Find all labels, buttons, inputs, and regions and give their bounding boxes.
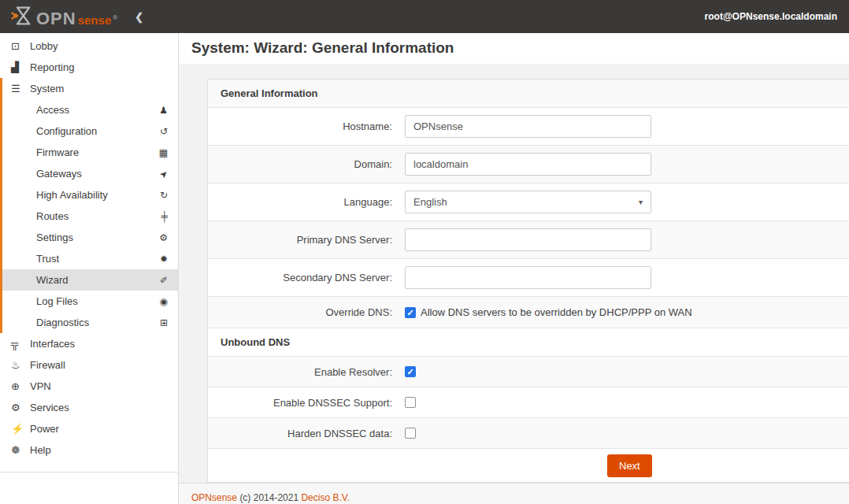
fire-icon: ♨ (11, 359, 30, 371)
sidebar-item-firewall[interactable]: ♨ Firewall (0, 354, 178, 376)
desktop-icon: ⊡ (11, 40, 30, 52)
sidebar-item-label: Access (36, 104, 69, 116)
sidebar-item-label: High Availability (36, 189, 108, 201)
plug-icon: ⚡ (11, 423, 30, 435)
sidebar-item-log-files[interactable]: Log Files ◉ (2, 291, 178, 312)
secondary-dns-input[interactable] (405, 266, 651, 289)
primary-dns-label: Primary DNS Server: (208, 234, 399, 246)
sidebar-collapse-chevron-icon[interactable]: ❮ (135, 11, 143, 23)
form-row-secondary-dns: Secondary DNS Server: (208, 258, 849, 296)
sidebar-item-firmware[interactable]: Firmware ▦ (2, 142, 178, 163)
sidebar-item-diagnostics[interactable]: Diagnostics ⊞ (2, 312, 178, 333)
sidebar-item-vpn[interactable]: ⊕ VPN (0, 376, 178, 397)
sidebar-item-label: Log Files (36, 295, 78, 307)
cogs-icon: ⚙ (159, 232, 168, 243)
domain-input[interactable] (405, 153, 651, 176)
deciso-footer-link[interactable]: Deciso B.V. (301, 492, 350, 503)
hostname-label: Hostname: (208, 120, 399, 132)
secondary-dns-label: Secondary DNS Server: (208, 272, 399, 284)
form-row-hostname: Hostname: (208, 107, 849, 145)
sidebar-item-system[interactable]: ☰ System (2, 78, 178, 99)
chevron-down-icon: ▾ (639, 198, 643, 206)
refresh-icon: ↻ (160, 190, 168, 201)
microchip-icon: ▦ (159, 147, 168, 158)
language-label: Language: (208, 196, 399, 208)
sidebar-item-services[interactable]: ⚙ Services (0, 397, 178, 418)
enable-dnssec-checkbox[interactable] (405, 397, 416, 408)
opnsense-footer-link[interactable]: OPNsense (191, 492, 237, 503)
harden-dnssec-checkbox[interactable] (405, 428, 416, 439)
top-navbar: OPN sense ® ❮ root@OPNsense.localdomain (0, 0, 849, 33)
page-footer: OPNsense (c) 2014-2021 Deciso B.V. (179, 483, 849, 504)
primary-dns-input[interactable] (405, 228, 651, 251)
certificate-icon: ✸ (160, 254, 168, 265)
enable-resolver-checkbox[interactable]: ✓ (405, 366, 416, 377)
hourglass-logo-icon (11, 6, 32, 26)
section-header-unbound-dns: Unbound DNS (208, 328, 849, 356)
sidebar-item-label: Services (30, 402, 69, 413)
history-icon: ↺ (160, 126, 168, 137)
sidebar-item-settings[interactable]: Settings ⚙ (2, 227, 178, 248)
form-row-enable-resolver: Enable Resolver: ✓ (208, 356, 849, 387)
globe-icon: ⊕ (11, 380, 30, 392)
sidebar-item-wizard[interactable]: Wizard ✐ (2, 269, 178, 291)
domain-label: Domain: (208, 158, 399, 170)
sidebar-nav: ⊡ Lobby ▟ Reporting ☰ System Access ♟ Co… (0, 33, 179, 504)
wizard-form: General Information Hostname: Domain: La… (208, 80, 849, 482)
override-dns-checkbox[interactable]: ✓ (405, 307, 416, 318)
sidebar-item-label: Trust (36, 253, 59, 265)
language-select[interactable]: English ▾ (405, 191, 651, 213)
sidebar-system-section: ☰ System Access ♟ Configuration ↺ Firmwa… (0, 78, 178, 333)
road-icon: ╪ (161, 211, 168, 222)
wizard-panel: General Information Hostname: Domain: La… (207, 79, 849, 483)
enable-resolver-label: Enable Resolver: (208, 366, 399, 378)
sidebar-divider (0, 472, 178, 472)
sidebar-item-label: VPN (30, 380, 51, 392)
logged-in-user[interactable]: root@OPNsense.localdomain (705, 11, 849, 22)
sidebar-item-label: Firewall (30, 359, 65, 371)
logo-text-sense: sense (78, 13, 112, 28)
sidebar-item-label: Interfaces (30, 338, 75, 350)
sidebar-item-label: System (30, 83, 64, 94)
eye-icon: ◉ (160, 296, 168, 307)
logo-registered-mark: ® (113, 14, 117, 21)
sidebar-item-access[interactable]: Access ♟ (2, 99, 178, 120)
sidebar-item-lobby[interactable]: ⊡ Lobby (0, 35, 178, 57)
next-button[interactable]: Next (607, 454, 652, 477)
sidebar-item-label: Reporting (30, 61, 74, 73)
page-header: System: Wizard: General Information (179, 33, 849, 64)
magic-wand-icon: ✐ (160, 275, 168, 286)
enable-dnssec-label: Enable DNSSEC Support: (208, 397, 399, 409)
sidebar-item-interfaces[interactable]: ╦ Interfaces (0, 333, 178, 354)
hostname-input[interactable] (405, 115, 651, 138)
gear-icon: ⚙ (11, 402, 30, 413)
main-content: System: Wizard: General Information Gene… (179, 33, 849, 504)
users-icon: ♟ (159, 105, 168, 116)
language-selected-value: English (413, 196, 447, 208)
sidebar-item-label: Settings (36, 232, 73, 243)
opnsense-logo[interactable]: OPN sense ® (11, 6, 117, 28)
override-dns-description: Allow DNS servers to be overridden by DH… (421, 306, 692, 318)
form-row-enable-dnssec: Enable DNSSEC Support: (208, 387, 849, 417)
sidebar-item-gateways[interactable]: Gateways ➤ (2, 163, 178, 184)
sidebar-item-help[interactable]: ☸ Help (0, 439, 178, 461)
sidebar-item-configuration[interactable]: Configuration ↺ (2, 120, 178, 142)
override-dns-label: Override DNS: (208, 306, 399, 318)
sidebar-item-label: Diagnostics (36, 317, 89, 328)
sitemap-icon: ╦ (11, 338, 30, 350)
sidebar-item-label: Lobby (30, 40, 57, 52)
sidebar-item-routes[interactable]: Routes ╪ (2, 206, 178, 227)
sidebar-item-label: Configuration (36, 125, 97, 137)
sidebar-item-label: Wizard (36, 274, 68, 286)
sidebar-item-reporting[interactable]: ▟ Reporting (0, 57, 178, 78)
form-row-language: Language: English ▾ (208, 183, 849, 220)
sidebar-item-label: Power (30, 423, 59, 435)
sidebar-item-high-availability[interactable]: High Availability ↻ (2, 184, 178, 206)
medkit-icon: ⊞ (160, 317, 168, 328)
location-arrow-icon: ➤ (157, 167, 170, 180)
form-row-next: Next (208, 448, 849, 482)
sidebar-item-trust[interactable]: Trust ✸ (2, 248, 178, 269)
form-row-harden-dnssec: Harden DNSSEC data: (208, 417, 849, 448)
logo-text-opn: OPN (36, 10, 76, 28)
sidebar-item-power[interactable]: ⚡ Power (0, 418, 178, 439)
